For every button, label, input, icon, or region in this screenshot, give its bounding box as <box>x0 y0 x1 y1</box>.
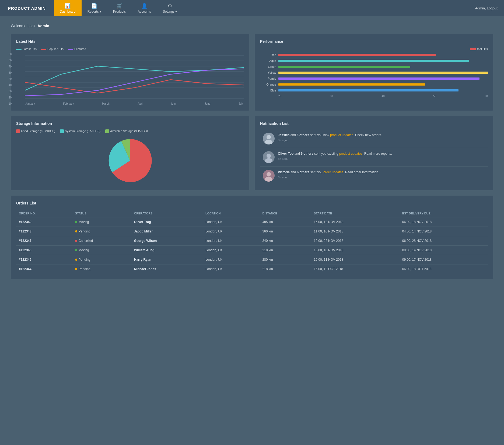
cell-order-no: #122348 <box>16 227 72 236</box>
storage-title: Storage Information <box>16 121 244 126</box>
notif-avatar-1 <box>263 133 275 144</box>
cell-order-no: #122346 <box>16 246 72 255</box>
nav-products[interactable]: 🛒 Products <box>107 0 132 16</box>
legend-featured: Featured <box>68 47 86 51</box>
status-dot <box>75 259 77 261</box>
cell-delivery: 09:00, 14 NOV 2018 <box>400 246 488 255</box>
legend-used: Used Storage (18.240GB) <box>16 129 55 133</box>
cell-operator: William Aung <box>131 246 203 255</box>
status-dot <box>75 240 77 242</box>
settings-icon: ⚙ <box>168 3 172 9</box>
table-row: #122344 Pending Michael Jones London, UK… <box>16 264 488 274</box>
col-operators: OPERATORS <box>131 210 203 217</box>
performance-card: Performance # of Hits Red Aqua <box>255 34 493 111</box>
notification-title: Notification List <box>260 121 488 126</box>
cell-delivery: 04:00, 14 NOV 2018 <box>400 227 488 236</box>
cell-order-no: #122344 <box>16 264 72 274</box>
bar-row-green: Green <box>263 65 488 68</box>
nav-dashboard[interactable]: 📊 Dashboard <box>54 0 82 16</box>
bar-row-aqua: Aqua <box>263 59 488 62</box>
nav-reports-label: Reports ▾ <box>88 10 101 13</box>
notif-item-2: Oliver Too and 6 others sent you existin… <box>260 148 488 167</box>
line-chart-wrapper: 908070605040302010 <box>16 53 244 105</box>
table-row: #122345 Pending Harry Ryan London, UK 28… <box>16 255 488 264</box>
cell-start-date: 16:00, 12 NOV 2018 <box>311 217 400 227</box>
status-dot <box>75 221 77 223</box>
cell-start-date: 15:00, 11 NOV 2018 <box>311 255 400 264</box>
nav-accounts[interactable]: 👤 Accounts <box>132 0 157 16</box>
nav-username: Admin, <box>475 6 487 10</box>
orders-title: Orders List <box>16 201 488 205</box>
cell-distance: 218 km <box>260 264 311 274</box>
status-label: Cancelled <box>79 239 93 243</box>
pie-chart <box>106 136 154 185</box>
bar-row-blue: Blue <box>263 89 488 92</box>
col-delivery: EST DELIVERY DUE <box>400 210 488 217</box>
latest-hits-title: Latest Hits <box>16 39 244 44</box>
table-row: #122346 Moving William Aung London, UK 2… <box>16 246 488 255</box>
bar-row-purple: Purple <box>263 77 488 80</box>
cell-status: Pending <box>72 255 131 264</box>
line-chart-area <box>25 53 244 101</box>
bar-chart: Red Aqua Green <box>260 53 488 98</box>
main-content: Welcome back, Admin Latest Hits Latest H… <box>0 16 504 292</box>
status-dot <box>75 249 77 251</box>
logout-link[interactable]: Logout <box>487 6 498 10</box>
cell-location: London, UK <box>203 236 260 246</box>
cell-status: Cancelled <box>72 236 131 246</box>
pie-legend: Used Storage (18.240GB) System Storage (… <box>16 129 244 133</box>
table-row: #122349 Moving Oliver Trag London, UK 48… <box>16 217 488 227</box>
cell-distance: 218 km <box>260 246 311 255</box>
cell-location: London, UK <box>203 264 260 274</box>
orders-table-head: ORDER NO. STATUS OPERATORS LOCATION DIST… <box>16 210 488 217</box>
welcome-username: Admin <box>37 24 49 28</box>
row-2: Storage Information Used Storage (18.240… <box>11 116 493 190</box>
orders-card: Orders List ORDER NO. STATUS OPERATORS L… <box>11 196 493 279</box>
cell-order-no: #122345 <box>16 255 72 264</box>
cell-distance: 485 km <box>260 217 311 227</box>
dashboard-icon: 📊 <box>65 3 71 9</box>
cell-order-no: #122349 <box>16 217 72 227</box>
x-axis-labels: JanuaryFebruaryMarchAprilMayJuneJuly <box>25 102 244 105</box>
y-axis-labels: 908070605040302010 <box>9 53 12 105</box>
cell-status: Pending <box>72 264 131 274</box>
table-row: #122347 Cancelled George Wilson London, … <box>16 236 488 246</box>
nav-user-area: Admin, Logout <box>475 6 504 10</box>
cell-location: London, UK <box>203 217 260 227</box>
cell-distance: 280 km <box>260 255 311 264</box>
bar-row-orange: Orange <box>263 83 488 86</box>
svg-point-16 <box>267 172 271 176</box>
cell-delivery: 09:00, 17 NOV 2018 <box>400 255 488 264</box>
notif-body-3: Victoria and 6 others sent you order upd… <box>278 170 485 180</box>
cell-start-date: 16:00, 12 OCT 2018 <box>311 264 400 274</box>
welcome-message: Welcome back, Admin <box>11 24 493 28</box>
svg-point-10 <box>267 135 271 139</box>
cell-operator: George Wilson <box>131 236 203 246</box>
notification-list: Jessica and 6 others sent you new produc… <box>260 129 488 185</box>
cell-order-no: #122347 <box>16 236 72 246</box>
cell-operator: Oliver Trag <box>131 217 203 227</box>
nav-settings-label: Settings ▾ <box>163 10 177 13</box>
cell-status: Pending <box>72 227 131 236</box>
cell-location: London, UK <box>203 227 260 236</box>
nav-reports[interactable]: 📄 Reports ▾ <box>82 0 107 16</box>
nav-settings[interactable]: ⚙ Settings ▾ <box>157 0 183 16</box>
notification-card: Notification List Jessica and 6 others s… <box>255 116 493 190</box>
cell-delivery: 06:00, 18 NOV 2018 <box>400 217 488 227</box>
chart-legend: Latest Hits Popular Hits Featured <box>16 47 244 51</box>
orders-table: ORDER NO. STATUS OPERATORS LOCATION DIST… <box>16 210 488 274</box>
cell-start-date: 11:00, 10 NOV 2018 <box>311 227 400 236</box>
notif-avatar-2 <box>263 151 275 163</box>
nav-dashboard-label: Dashboard <box>60 10 76 13</box>
status-dot <box>75 268 77 270</box>
cell-distance: 340 km <box>260 236 311 246</box>
notif-item-3: Victoria and 6 others sent you order upd… <box>260 167 488 185</box>
nav-products-label: Products <box>113 10 126 13</box>
nav-items: 📊 Dashboard 📄 Reports ▾ 🛒 Products 👤 Acc… <box>54 0 183 16</box>
navbar: PRODUCT ADMIN 📊 Dashboard 📄 Reports ▾ 🛒 … <box>0 0 504 16</box>
brand-logo: PRODUCT ADMIN <box>0 6 54 10</box>
bar-x-labels: 2030405060 <box>263 95 488 98</box>
cell-operator: Michael Jones <box>131 264 203 274</box>
col-status: STATUS <box>72 210 131 217</box>
legend-popular-hits: Popular Hits <box>41 47 64 51</box>
